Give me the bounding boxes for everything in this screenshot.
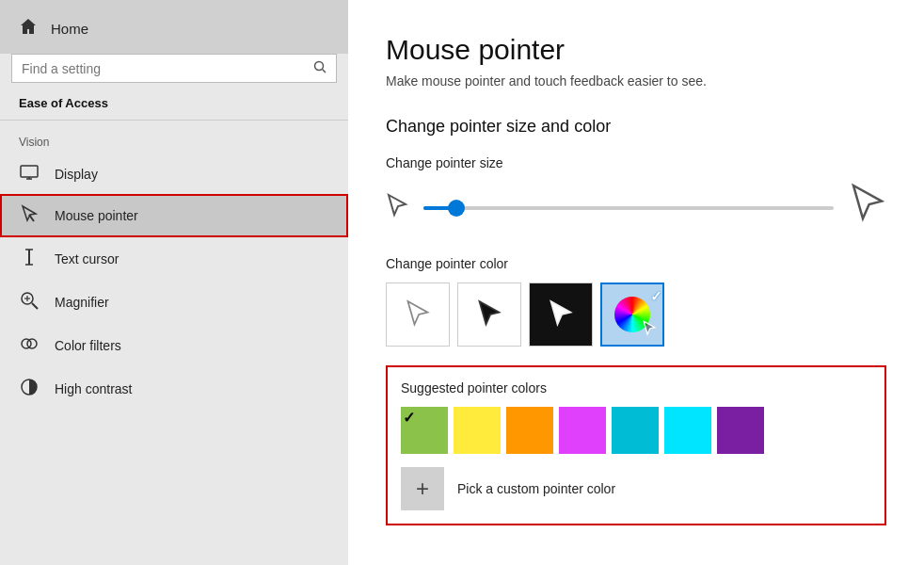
cursor-large-icon bbox=[849, 182, 886, 234]
pointer-size-label: Change pointer size bbox=[386, 155, 886, 170]
search-input[interactable] bbox=[22, 61, 306, 76]
swatch-yellow[interactable] bbox=[454, 407, 501, 454]
custom-color-label: Pick a custom pointer color bbox=[457, 481, 615, 496]
text-cursor-icon bbox=[19, 248, 40, 270]
swatch-magenta[interactable] bbox=[559, 407, 606, 454]
svg-rect-2 bbox=[21, 166, 38, 177]
mouse-pointer-icon bbox=[19, 204, 40, 227]
swatch-purple[interactable] bbox=[717, 407, 764, 454]
pointer-size-slider-row bbox=[386, 182, 886, 234]
color-option-inverted[interactable] bbox=[529, 282, 593, 347]
svg-line-10 bbox=[32, 303, 38, 309]
page-subtitle: Make mouse pointer and touch feedback ea… bbox=[386, 73, 886, 89]
custom-color-row[interactable]: + Pick a custom pointer color bbox=[401, 467, 871, 510]
color-option-white[interactable] bbox=[386, 282, 450, 347]
sidebar: Home Ease of Access Vision Display bbox=[0, 0, 348, 565]
search-icon[interactable] bbox=[313, 60, 327, 76]
color-option-custom[interactable]: ✓ bbox=[600, 282, 664, 347]
swatch-lime[interactable]: ✓ bbox=[401, 407, 448, 454]
svg-point-14 bbox=[27, 339, 37, 348]
cursor-small-icon bbox=[386, 193, 408, 223]
high-contrast-icon bbox=[19, 378, 40, 400]
display-label: Display bbox=[55, 167, 98, 182]
plus-icon: + bbox=[416, 476, 429, 502]
swatch-lightcyan[interactable] bbox=[664, 407, 711, 454]
sidebar-item-high-contrast[interactable]: High contrast bbox=[0, 367, 348, 411]
svg-line-5 bbox=[29, 215, 34, 221]
color-swatches: ✓ bbox=[401, 407, 871, 454]
mouse-pointer-label: Mouse pointer bbox=[55, 208, 138, 223]
swatch-check-lime: ✓ bbox=[403, 409, 415, 427]
custom-color-plus-box[interactable]: + bbox=[401, 467, 444, 510]
color-filters-label: Color filters bbox=[55, 338, 121, 353]
pointer-color-options: ✓ bbox=[386, 282, 886, 347]
search-box bbox=[11, 54, 337, 83]
swatch-orange[interactable] bbox=[506, 407, 553, 454]
color-option-black[interactable] bbox=[457, 282, 521, 347]
sidebar-item-home[interactable]: Home bbox=[0, 0, 348, 54]
sidebar-home-label: Home bbox=[51, 21, 88, 37]
page-title: Mouse pointer bbox=[386, 34, 886, 66]
sidebar-divider bbox=[0, 120, 348, 121]
sidebar-item-magnifier[interactable]: Magnifier bbox=[0, 281, 348, 324]
section-title: Change pointer size and color bbox=[386, 117, 886, 137]
main-content: Mouse pointer Make mouse pointer and tou… bbox=[348, 0, 924, 565]
home-icon bbox=[19, 17, 38, 40]
svg-point-0 bbox=[315, 62, 324, 71]
swatch-cyan[interactable] bbox=[612, 407, 659, 454]
ease-access-label: Ease of Access bbox=[0, 96, 348, 120]
high-contrast-label: High contrast bbox=[55, 381, 132, 396]
sidebar-item-display[interactable]: Display bbox=[0, 154, 348, 194]
text-cursor-label: Text cursor bbox=[55, 251, 119, 266]
sidebar-item-mouse-pointer[interactable]: Mouse pointer bbox=[0, 194, 348, 237]
size-slider-track[interactable] bbox=[423, 206, 834, 210]
pointer-color-label: Change pointer color bbox=[386, 256, 886, 271]
suggested-colors-title: Suggested pointer colors bbox=[401, 380, 871, 396]
svg-line-1 bbox=[323, 70, 327, 73]
display-icon bbox=[19, 165, 40, 184]
color-filters-icon bbox=[19, 334, 40, 357]
magnifier-icon bbox=[19, 291, 40, 314]
magnifier-label: Magnifier bbox=[55, 295, 109, 310]
sidebar-item-text-cursor[interactable]: Text cursor bbox=[0, 237, 348, 281]
vision-section-label: Vision bbox=[0, 128, 348, 154]
suggested-colors-box: Suggested pointer colors ✓ + Pick a cu bbox=[386, 365, 886, 525]
slider-thumb[interactable] bbox=[448, 200, 465, 217]
sidebar-item-color-filters[interactable]: Color filters bbox=[0, 324, 348, 367]
